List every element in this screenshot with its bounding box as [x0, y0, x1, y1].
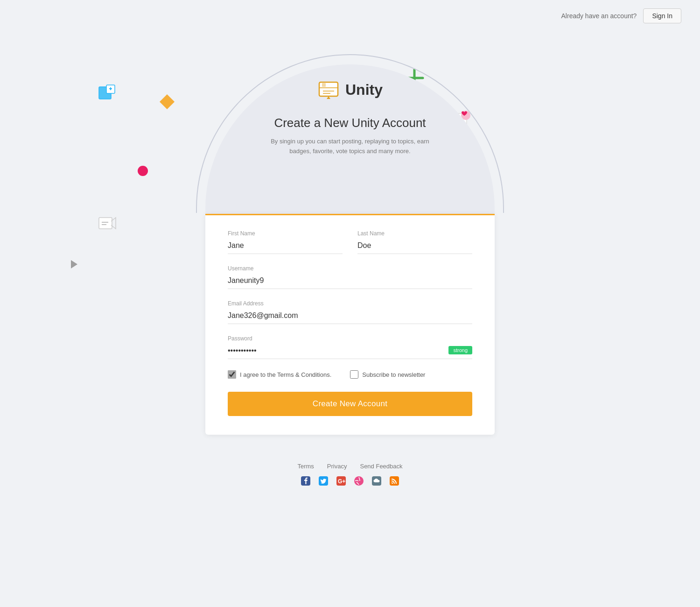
last-name-label: Last Name — [357, 230, 472, 237]
first-name-label: First Name — [228, 230, 343, 237]
checkbox-row: I agree to the Terms & Conditions. Subsc… — [228, 370, 472, 379]
newsletter-checkbox-group: Subscribe to newsletter — [350, 370, 425, 379]
email-input[interactable] — [228, 310, 472, 324]
create-account-button[interactable]: Create New Account — [228, 392, 472, 416]
hero-section: Unity Create a New Unity Account By sing… — [205, 36, 495, 214]
footer-links: Terms Privacy Send Feedback — [297, 463, 402, 470]
first-name-group: First Name — [228, 230, 343, 254]
logo-icon — [317, 78, 340, 101]
sign-in-button[interactable]: Sign In — [643, 8, 681, 23]
twitter-icon[interactable] — [319, 476, 328, 488]
password-group: Password strong — [228, 335, 472, 359]
registration-form: First Name Last Name Username Email Addr… — [205, 214, 495, 435]
name-row: First Name Last Name — [228, 230, 472, 254]
last-name-group: Last Name — [357, 230, 472, 254]
password-row: Password strong — [228, 335, 472, 359]
footer-feedback-link[interactable]: Send Feedback — [360, 463, 402, 470]
footer-privacy-link[interactable]: Privacy — [327, 463, 347, 470]
newsletter-label[interactable]: Subscribe to newsletter — [362, 371, 425, 378]
logo-text: Unity — [345, 81, 383, 99]
main-content: Unity Create a New Unity Account By sing… — [0, 36, 700, 507]
svg-rect-29 — [390, 476, 399, 486]
footer: Terms Privacy Send Feedback G+ — [297, 463, 402, 507]
password-input[interactable] — [228, 345, 472, 359]
email-label: Email Address — [228, 300, 472, 307]
terms-label[interactable]: I agree to the Terms & Conditions. — [240, 371, 331, 378]
username-row: Username — [228, 265, 472, 289]
footer-social-icons: G+ — [301, 476, 399, 488]
password-strength-badge: strong — [448, 346, 472, 354]
top-bar: Already have an account? Sign In — [0, 0, 700, 32]
google-plus-icon[interactable]: G+ — [336, 476, 346, 488]
svg-text:G+: G+ — [338, 478, 345, 485]
newsletter-checkbox[interactable] — [350, 370, 358, 379]
terms-checkbox-group: I agree to the Terms & Conditions. — [228, 370, 331, 379]
cloud-icon[interactable] — [372, 476, 381, 488]
already-text: Already have an account? — [561, 12, 637, 20]
hero-title: Create a New Unity Account — [274, 116, 426, 130]
email-row: Email Address — [228, 300, 472, 324]
username-group: Username — [228, 265, 472, 289]
svg-rect-21 — [322, 83, 326, 87]
logo-area: Unity — [317, 78, 383, 101]
last-name-input[interactable] — [357, 240, 472, 254]
dribbble-icon[interactable] — [354, 476, 364, 488]
rss-icon[interactable] — [390, 476, 399, 488]
username-input[interactable] — [228, 275, 472, 289]
email-group: Email Address — [228, 300, 472, 324]
username-label: Username — [228, 265, 472, 272]
facebook-icon[interactable] — [301, 476, 310, 488]
hero-subtitle: By singin up you can start posting, repl… — [261, 137, 439, 156]
password-label: Password — [228, 335, 472, 342]
terms-checkbox[interactable] — [228, 370, 236, 379]
first-name-input[interactable] — [228, 240, 343, 254]
footer-terms-link[interactable]: Terms — [297, 463, 314, 470]
